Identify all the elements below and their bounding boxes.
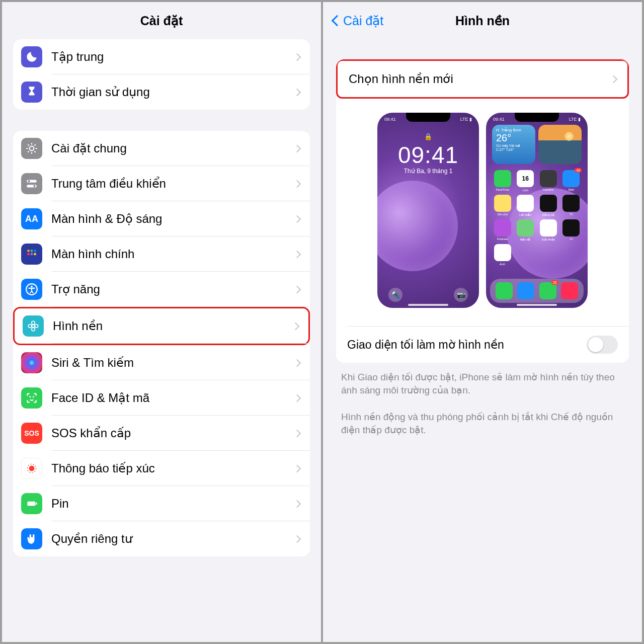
- chevron-left-icon: [332, 15, 343, 27]
- gear-icon: [21, 138, 42, 159]
- back-label: Cài đặt: [343, 14, 383, 28]
- siri-label: Siri & Tìm kiếm: [51, 356, 294, 370]
- control-center-label: Trung tâm điều khiển: [51, 177, 294, 191]
- home-indicator: [517, 304, 557, 306]
- dark-dim-row[interactable]: Giao diện tối làm mờ hình nền: [336, 327, 629, 363]
- chevron-right-icon: [610, 75, 618, 83]
- siri-row[interactable]: Siri & Tìm kiếm: [13, 345, 310, 380]
- exposure-icon: [21, 458, 42, 479]
- chevron-right-icon: [293, 429, 301, 437]
- settings-group-2: Cài đặt chung Trung tâm điều khiển AA Mà…: [13, 131, 310, 556]
- svg-point-3: [28, 180, 30, 182]
- focus-row[interactable]: Tập trung: [13, 39, 310, 74]
- display-label: Màn hình & Độ sáng: [51, 212, 294, 226]
- svg-point-17: [35, 325, 38, 328]
- svg-rect-5: [27, 250, 29, 252]
- svg-rect-23: [36, 503, 37, 505]
- hand-icon: [21, 528, 42, 549]
- sos-label: SOS khẩn cấp: [51, 426, 294, 440]
- faceid-row[interactable]: Face ID & Mật mã: [13, 380, 310, 416]
- lock-icon: 🔒: [377, 133, 479, 140]
- choose-wallpaper-label: Chọn hình nền mới: [349, 72, 611, 86]
- home-indicator: [408, 304, 448, 306]
- svg-point-20: [29, 466, 35, 471]
- svg-rect-9: [31, 253, 33, 255]
- dark-dim-toggle[interactable]: [587, 336, 618, 354]
- exposure-row[interactable]: Thông báo tiếp xúc: [13, 451, 310, 486]
- wallpaper-orb: [377, 181, 458, 271]
- settings-navbar: Cài đặt: [2, 2, 321, 39]
- svg-point-0: [30, 146, 34, 151]
- svg-rect-6: [31, 250, 33, 252]
- accessibility-row[interactable]: Trợ năng: [13, 272, 310, 307]
- widgets-row: H. Trảng Bom 26° Có mây Vài nơi C:27° T:…: [486, 125, 588, 164]
- battery-row[interactable]: Pin: [13, 486, 310, 521]
- svg-rect-8: [27, 253, 29, 255]
- chevron-right-icon: [293, 53, 301, 61]
- sos-row[interactable]: SOS SOS khẩn cấp: [13, 416, 310, 451]
- moon-icon: [21, 46, 42, 67]
- chevron-right-icon: [293, 144, 301, 152]
- wallpaper-panel: Cài đặt Hình nền Chọn hình nền mới 09:41…: [322, 0, 644, 644]
- svg-point-4: [33, 185, 35, 187]
- chevron-right-icon: [293, 88, 301, 96]
- lock-time: 09:41: [377, 141, 479, 169]
- focus-label: Tập trung: [51, 50, 294, 64]
- settings-group-1: Tập trung Thời gian sử dụng: [13, 39, 310, 110]
- chevron-right-icon: [293, 180, 301, 188]
- chevron-right-icon: [293, 359, 301, 367]
- svg-rect-22: [27, 502, 35, 506]
- footer-text-2: Hình nền động và thu phóng phối cảnh bị …: [341, 411, 624, 436]
- svg-point-19: [33, 396, 34, 397]
- text-size-icon: AA: [21, 208, 42, 229]
- battery-icon: [21, 493, 42, 514]
- home-statusbar: 09:41 LTE ▮: [486, 113, 588, 122]
- privacy-row[interactable]: Quyền riêng tư: [13, 521, 310, 556]
- photo-widget: [538, 125, 582, 164]
- svg-rect-7: [34, 250, 36, 252]
- svg-rect-10: [34, 253, 36, 255]
- chevron-right-icon: [293, 464, 301, 472]
- choose-wallpaper-row[interactable]: Chọn hình nền mới: [336, 59, 629, 99]
- lockscreen-preview[interactable]: 09:41 LTE ▮ 🔒 09:41 Thứ Ba, 9 tháng 1 🔦 …: [377, 113, 479, 308]
- faceid-icon: [21, 387, 42, 409]
- faceid-label: Face ID & Mật mã: [51, 391, 294, 405]
- dark-dim-label: Giao diện tối làm mờ hình nền: [347, 338, 587, 352]
- general-row[interactable]: Cài đặt chung: [13, 131, 310, 166]
- settings-panel: Cài đặt Tập trung Thời gian sử dụng Cài …: [0, 0, 322, 644]
- wallpaper-group: Chọn hình nền mới 09:41 LTE ▮ 🔒 09:41 Th…: [336, 59, 629, 363]
- settings-title: Cài đặt: [140, 14, 183, 28]
- general-label: Cài đặt chung: [51, 141, 294, 155]
- chevron-right-icon: [293, 500, 301, 508]
- battery-label: Pin: [51, 497, 294, 511]
- exposure-label: Thông báo tiếp xúc: [51, 461, 294, 475]
- control-center-row[interactable]: Trung tâm điều khiển: [13, 166, 310, 201]
- grid-icon: [21, 244, 42, 265]
- chevron-right-icon: [293, 285, 301, 293]
- footer-text-1: Khi Giao diện tối được bật, iPhone sẽ là…: [341, 371, 624, 396]
- svg-point-14: [32, 321, 35, 325]
- svg-point-12: [31, 286, 33, 288]
- homescreen-label: Màn hình chính: [51, 247, 294, 261]
- privacy-label: Quyền riêng tư: [51, 532, 294, 546]
- siri-icon: [21, 352, 42, 373]
- chevron-right-icon: [293, 215, 301, 223]
- display-row[interactable]: AA Màn hình & Độ sáng: [13, 201, 310, 236]
- dock: 22: [490, 279, 584, 303]
- wallpaper-label: Hình nền: [53, 319, 293, 333]
- screentime-row[interactable]: Thời gian sử dụng: [13, 74, 310, 110]
- homescreen-row[interactable]: Màn hình chính: [13, 236, 310, 272]
- wallpaper-title: Hình nền: [455, 14, 510, 28]
- homescreen-preview[interactable]: 09:41 LTE ▮ H. Trảng Bom 26° Có mây Vài …: [486, 113, 588, 308]
- screentime-label: Thời gian sử dụng: [51, 85, 294, 99]
- svg-point-18: [30, 396, 30, 397]
- wallpaper-previews: 09:41 LTE ▮ 🔒 09:41 Thứ Ba, 9 tháng 1 🔦 …: [336, 99, 629, 326]
- accessibility-icon: [21, 279, 42, 300]
- wallpaper-row[interactable]: Hình nền: [13, 307, 310, 345]
- wallpaper-navbar: Cài đặt Hình nền: [323, 2, 642, 39]
- lock-bottom: 🔦 📷: [377, 288, 479, 302]
- chevron-right-icon: [293, 394, 301, 402]
- back-button[interactable]: Cài đặt: [333, 14, 383, 28]
- weather-widget: H. Trảng Bom 26° Có mây Vài nơi C:27° T:…: [492, 125, 535, 164]
- svg-point-13: [32, 325, 34, 327]
